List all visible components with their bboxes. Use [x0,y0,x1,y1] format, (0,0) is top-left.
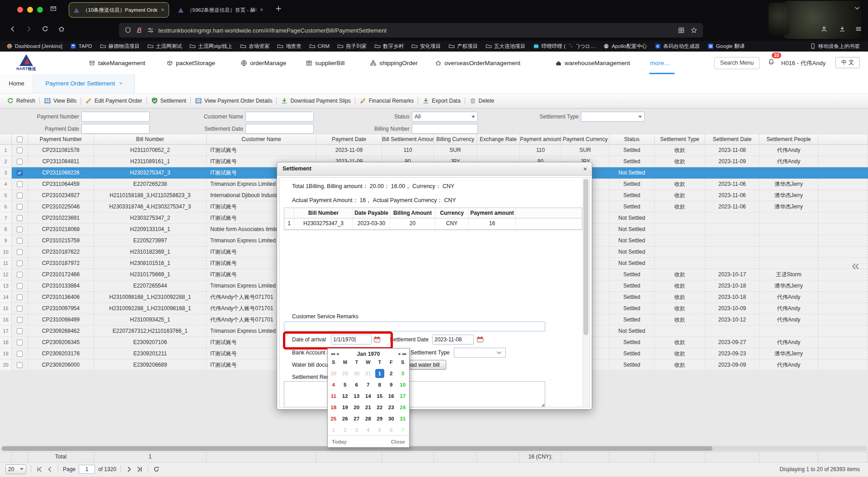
refresh-page-icon[interactable] [153,466,160,473]
nav-warehousemanagement[interactable]: warehouseManagement [555,52,630,74]
bookmark-item[interactable]: 数字乡村 [374,43,404,50]
bookmark-item[interactable]: 赫德物流项目 [100,43,140,50]
menu-icon[interactable] [855,25,862,33]
next-page-icon[interactable] [126,466,133,473]
nav-more[interactable]: more… [650,52,670,74]
calendar-date[interactable]: 23 [386,403,397,412]
column-header-bill-number[interactable]: Bill Number [94,134,207,145]
row-checkbox-cell[interactable] [12,145,28,156]
calendar-icon[interactable] [476,336,484,343]
calendar-date[interactable]: 13 [351,392,363,401]
page-size-select[interactable]: 20 [5,464,26,474]
window-close-button[interactable] [17,7,23,13]
column-header-settlement-date[interactable]: Settlement Date [705,134,760,145]
nav-overseasordermanagement[interactable]: overseasOrderManagement [435,52,520,74]
checkbox[interactable] [17,340,23,345]
modal-scrollbar[interactable] [583,178,589,406]
bookmark-item[interactable]: 燕子到家 [337,43,367,50]
calendar-date[interactable]: 24 [397,403,409,412]
bookmark-item[interactable]: 哔哩哔哩 (゜-゜)つロ… [533,43,595,50]
checkbox[interactable] [17,351,23,357]
page-number-input[interactable]: 1 [79,465,95,474]
settlement-type-select[interactable] [581,112,645,122]
checkbox[interactable] [17,137,23,142]
today-button[interactable]: Today [332,439,347,444]
calendar-date[interactable]: 30 [386,414,397,423]
row-checkbox-cell[interactable] [12,258,28,269]
row-checkbox-cell[interactable] [12,303,28,314]
collapse-panel-chevron[interactable]: « [852,259,859,272]
settlement-type-modal-select[interactable] [454,348,506,358]
account-icon[interactable] [821,25,828,33]
calendar-date[interactable]: 26 [340,414,351,423]
calendar-date[interactable]: 4 [328,380,340,389]
calendar-date[interactable]: 25 [328,414,340,423]
extensions-grid-icon[interactable] [678,27,685,34]
checkbox[interactable] [17,193,23,198]
checkbox[interactable] [17,238,23,244]
customer-service-remarks-input[interactable] [284,321,545,331]
bookmark-item[interactable]: 农场管家 [240,43,269,50]
bookmark-mobile[interactable]: 移动设备上的书签 [810,43,862,50]
next-month-icon[interactable]: ▶ [399,352,401,356]
nav-takemanagement[interactable]: takeManagement [89,52,145,74]
calendar-date[interactable]: 20 [351,403,363,412]
checkbox[interactable] [17,283,23,289]
prev-year-icon[interactable]: ◀◀ [330,352,335,356]
calendar-date[interactable]: 29 [340,369,351,378]
calendar-date[interactable]: 31 [397,414,409,423]
view-bills-button[interactable]: View Bills [41,95,80,106]
settlement-remarks-textarea[interactable]: ◢ [284,381,545,407]
bookmark-item[interactable]: 土流网stg/线上 [189,43,232,50]
row-checkbox-cell[interactable]: ✔ [12,167,28,179]
home-icon[interactable] [58,25,65,33]
column-header-exchange-rate[interactable]: Exchange Rate [477,134,520,145]
calendar-date[interactable]: 7 [397,425,409,434]
calendar-date[interactable]: 3 [351,425,363,434]
calendar-date[interactable]: 21 [363,403,374,412]
language-toggle-button[interactable]: 中 文 [835,57,860,68]
calendar-date[interactable]: 27 [351,414,363,423]
calendar-date[interactable]: 28 [328,369,340,378]
checkbox[interactable] [17,215,23,221]
tab-overflow-chevron-icon[interactable] [854,5,861,12]
nav-ordermanage[interactable]: orderManage [241,52,286,74]
checkbox[interactable] [17,294,23,300]
column-header-settlement-type[interactable]: Settlement Type [655,134,705,145]
bookmark-item[interactable]: GGoogle 翻译 [708,43,745,50]
resize-handle-icon[interactable]: ◢ [541,402,544,407]
tune-icon[interactable] [147,27,154,34]
row-checkbox-cell[interactable] [12,213,28,224]
settlement-button[interactable]: Settlement [148,95,189,106]
row-checkbox-cell[interactable] [12,359,28,371]
settlement-date-input[interactable] [245,124,314,134]
checkbox[interactable] [17,181,23,187]
column-header-payment-number[interactable]: Payment Number [28,134,94,145]
url-bar[interactable]: testtrunkbookingmgr.hart-worldwide.com/#… [119,23,703,38]
checkbox[interactable] [17,249,23,255]
calendar-date[interactable]: 15 [374,392,386,401]
lock-disabled-icon[interactable] [136,27,143,34]
calendar-date[interactable]: 6 [386,425,397,434]
bill-table-row[interactable]: 1 H2303275347_3 2023-03-30 20 CNY 16 [284,218,582,230]
calendar-date[interactable]: 2 [340,425,351,434]
bookmark-item[interactable]: TAPD [70,43,92,50]
tab-close-icon[interactable]: × [161,7,164,13]
status-select[interactable]: All [412,112,478,122]
column-header-payment-currency[interactable]: Payment Currency [561,134,609,145]
hart-logo[interactable]: HART物流 [14,54,39,72]
tab-payment-order-settlement[interactable]: Payment Order Settlement × [33,74,135,93]
calendar-date[interactable]: 18 [328,403,340,412]
row-checkbox-cell[interactable] [12,348,28,359]
bookmark-item[interactable]: K条码自动生成器 [655,43,700,50]
back-icon[interactable] [9,25,16,33]
checkbox[interactable] [17,362,23,368]
calendar-date[interactable]: 19 [340,403,351,412]
search-menu-button[interactable]: Search Menu [714,57,760,69]
modal-close-icon[interactable]: × [583,165,587,172]
calendar-date[interactable]: 16 [386,392,397,401]
column-header-status[interactable]: Status [609,134,655,145]
row-checkbox-cell[interactable] [12,156,28,167]
bookmark-item[interactable]: 产权项目 [448,43,478,50]
bookmark-item[interactable]: CRM [309,43,330,50]
